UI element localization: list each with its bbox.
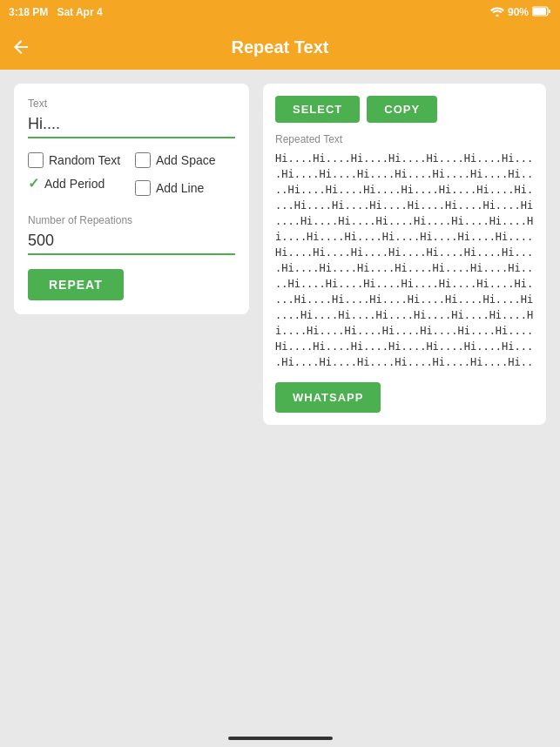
add-line-label: Add Line <box>156 181 204 195</box>
checkmark-icon: ✓ <box>28 175 39 192</box>
status-time-date: 3:18 PM Sat Apr 4 <box>9 6 103 18</box>
text-field-label: Text <box>28 98 235 110</box>
repeat-button[interactable]: REPEAT <box>28 269 124 300</box>
add-line-option[interactable]: Add Line <box>135 175 235 200</box>
right-panel: SELECT COPY Repeated Text WHATSAPP <box>263 84 546 425</box>
options-grid: Random Text Add Space ✓ Add Period Add L… <box>28 152 235 200</box>
battery-icon <box>532 6 551 19</box>
copy-button[interactable]: COPY <box>367 96 437 123</box>
num-repetitions-input[interactable] <box>28 230 235 255</box>
add-space-label: Add Space <box>156 153 216 167</box>
svg-rect-1 <box>533 8 546 15</box>
page-title: Repeat Text <box>232 37 329 57</box>
add-space-checkbox[interactable] <box>135 152 151 168</box>
left-panel: Text Random Text Add Space ✓ Add Period … <box>14 84 249 314</box>
battery-percent: 90% <box>508 6 529 18</box>
whatsapp-button[interactable]: WHATSAPP <box>275 382 381 413</box>
add-space-option[interactable]: Add Space <box>135 152 235 168</box>
status-bar: 3:18 PM Sat Apr 4 90% <box>0 0 560 24</box>
status-date: Sat Apr 4 <box>57 6 102 18</box>
select-button[interactable]: SELECT <box>275 96 360 123</box>
main-content: Text Random Text Add Space ✓ Add Period … <box>0 70 560 439</box>
nav-bar: Repeat Text <box>0 24 560 70</box>
add-period-label: Add Period <box>44 177 105 191</box>
random-text-checkbox[interactable] <box>28 152 44 168</box>
num-repetitions-label: Number of Repeations <box>28 214 235 226</box>
repeated-text-area[interactable] <box>275 151 534 368</box>
wifi-icon <box>490 6 504 19</box>
repeated-text-label: Repeated Text <box>275 133 534 145</box>
status-time: 3:18 PM <box>9 6 48 18</box>
random-text-label: Random Text <box>49 153 120 167</box>
svg-rect-2 <box>549 10 550 13</box>
home-indicator <box>228 737 333 740</box>
add-period-option[interactable]: ✓ Add Period <box>28 175 128 192</box>
back-button[interactable] <box>10 37 31 57</box>
text-input[interactable] <box>28 113 235 138</box>
action-row: SELECT COPY <box>275 96 534 123</box>
status-icons: 90% <box>490 6 551 19</box>
add-line-checkbox[interactable] <box>135 180 151 196</box>
random-text-option[interactable]: Random Text <box>28 152 128 168</box>
